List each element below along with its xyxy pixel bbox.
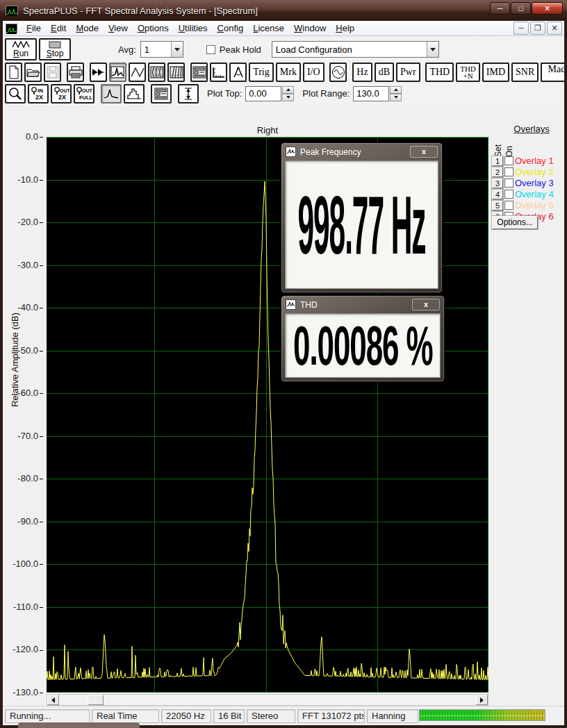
title-bar[interactable]: SpectraPLUS - FFT Spectral Analysis Syst… — [0, 0, 567, 21]
thdn-button[interactable]: THD +N — [456, 63, 480, 82]
imd-button[interactable]: IMD — [482, 63, 509, 82]
menu-item-license[interactable]: License — [248, 22, 289, 35]
signal-generator-button[interactable] — [329, 63, 347, 82]
main-toolbar: Trig Mrk I/O Hz dB Pwr THD THD +N IMD SN… — [3, 62, 564, 83]
waterfall-view-button[interactable] — [148, 63, 165, 82]
status-field: 22050 Hz — [161, 709, 211, 723]
menu-item-help[interactable]: Help — [331, 22, 359, 35]
menu-item-options[interactable]: Options — [133, 22, 174, 35]
menu-item-mode[interactable]: Mode — [71, 22, 104, 35]
overlay-set-button-5[interactable]: 5 — [492, 201, 503, 210]
y-tick-label: -70.0 — [3, 431, 43, 441]
peak-frequency-close-button[interactable]: x — [410, 146, 438, 158]
zoom-in-2x-button[interactable]: IN2X — [28, 84, 49, 104]
scroll-left-button[interactable] — [47, 695, 59, 705]
run-button[interactable]: Run — [5, 38, 37, 60]
menu-item-config[interactable]: Config — [213, 22, 249, 35]
mdi-minimize-button[interactable]: ─ — [513, 22, 529, 35]
overlay-on-checkbox-5[interactable] — [504, 201, 513, 210]
plot-range-input[interactable]: 130.0 — [353, 86, 389, 101]
thd-titlebar[interactable]: THD x — [281, 296, 444, 313]
time-series-view-button[interactable] — [129, 63, 146, 82]
overlay-label-5: Overlay 5 — [515, 200, 554, 210]
peak-hold-checkbox[interactable] — [206, 45, 215, 54]
menu-item-utilities[interactable]: Utilities — [174, 22, 213, 35]
print-button[interactable] — [67, 63, 84, 82]
load-configuration-arrow[interactable] — [427, 42, 438, 57]
zoom-out-2x-button[interactable]: OUT2X — [51, 84, 72, 104]
scaling-button[interactable] — [210, 63, 227, 82]
thd-button[interactable]: THD — [425, 63, 454, 82]
snr-button[interactable]: SNR — [511, 63, 539, 82]
overlay-on-checkbox-3[interactable] — [504, 179, 513, 188]
plot-options-button[interactable] — [151, 84, 172, 104]
plot-range-spinner[interactable] — [390, 86, 402, 101]
power-units-button[interactable]: Pwr — [396, 63, 420, 82]
y-tick-label: -20.0 — [3, 217, 43, 227]
zoom-tool-button[interactable] — [5, 84, 26, 104]
thd-display: 0.00086 % — [285, 313, 441, 378]
overlays-options-button[interactable]: Options... — [492, 216, 538, 229]
narrowband-peak-icon — [104, 88, 119, 100]
menu-item-edit[interactable]: Edit — [46, 22, 71, 35]
narrowband-mode-button[interactable] — [101, 84, 122, 104]
menu-item-window[interactable]: Window — [289, 22, 331, 35]
mdi-close-button[interactable]: ✕ — [547, 22, 562, 35]
mdi-restore-button[interactable]: ❐ — [530, 22, 545, 35]
load-configuration-dropdown[interactable]: Load Configuration — [272, 41, 439, 58]
save-button[interactable] — [44, 63, 61, 82]
menu-item-file[interactable]: File — [22, 22, 46, 35]
trigger-button[interactable]: Trig — [249, 63, 274, 82]
status-field: 16 Bit — [213, 709, 245, 723]
post-process-button[interactable] — [90, 63, 107, 82]
y-tick-label: -10.0 — [3, 174, 43, 185]
scrollbar-thumb[interactable] — [88, 695, 104, 705]
overlay-set-button-1[interactable]: 1 — [492, 156, 503, 166]
open-file-button[interactable] — [24, 63, 42, 82]
stop-button[interactable]: Stop — [39, 38, 71, 60]
zoom-in-2x-icon: IN2X — [30, 86, 47, 101]
plot-top-input[interactable]: 0.00 — [245, 86, 281, 101]
printer-icon — [69, 66, 83, 78]
mdi-child-icon — [6, 24, 17, 33]
thd-window[interactable]: THD x 0.00086 % — [281, 295, 445, 382]
io-device-button[interactable]: I/O — [303, 63, 324, 82]
plot-channel-title: Right — [47, 125, 488, 135]
peak-frequency-window[interactable]: Peak Frequency x 998.77 Hz — [281, 142, 443, 293]
overlays-set-label: Set — [493, 135, 503, 157]
frequency-scrollbar[interactable] — [47, 694, 488, 706]
hz-label: Hz — [356, 67, 368, 78]
thd-close-button[interactable]: x — [412, 299, 440, 311]
overlay-on-checkbox-4[interactable] — [504, 190, 513, 199]
display-options-button[interactable] — [190, 63, 208, 82]
overlay-set-button-2[interactable]: 2 — [492, 167, 503, 177]
overlay-label-3: Overlay 3 — [515, 178, 554, 188]
zoom-out-2x-icon: OUT2X — [53, 86, 69, 101]
db-units-button[interactable]: dB — [375, 63, 394, 82]
overlay-set-button-3[interactable]: 3 — [492, 179, 503, 188]
zoom-out-full-button[interactable]: OUTFULL — [74, 84, 94, 104]
menu-item-view[interactable]: View — [104, 22, 133, 35]
plot-top-spinner[interactable] — [282, 86, 294, 101]
close-button[interactable]: ✕ — [532, 2, 563, 15]
calibration-button[interactable] — [229, 63, 247, 82]
overlay-set-button-4[interactable]: 4 — [492, 190, 503, 199]
octave-mode-button[interactable] — [124, 84, 145, 104]
spectrogram-view-button[interactable] — [167, 63, 185, 82]
overlay-on-checkbox-2[interactable] — [504, 167, 513, 176]
peak-frequency-titlebar[interactable]: Peak Frequency x — [281, 143, 442, 160]
vertical-scale-button[interactable] — [178, 84, 199, 104]
spectrum-view-button[interactable] — [109, 63, 126, 82]
maximize-button[interactable]: □ — [511, 2, 531, 15]
macro-button[interactable]: Mac — [541, 63, 564, 82]
new-file-button[interactable] — [5, 63, 22, 82]
minimize-button[interactable]: ─ — [490, 2, 510, 15]
y-tick-label: -130.0 — [3, 687, 43, 697]
avg-dropdown-arrow[interactable] — [171, 42, 183, 57]
marker-button[interactable]: Mrk — [276, 63, 301, 82]
hz-units-button[interactable]: Hz — [352, 63, 372, 82]
scroll-right-button[interactable] — [476, 695, 488, 705]
taskbar-fragment — [18, 722, 140, 728]
avg-dropdown[interactable]: 1 — [140, 41, 183, 58]
overlay-on-checkbox-1[interactable] — [504, 156, 513, 165]
